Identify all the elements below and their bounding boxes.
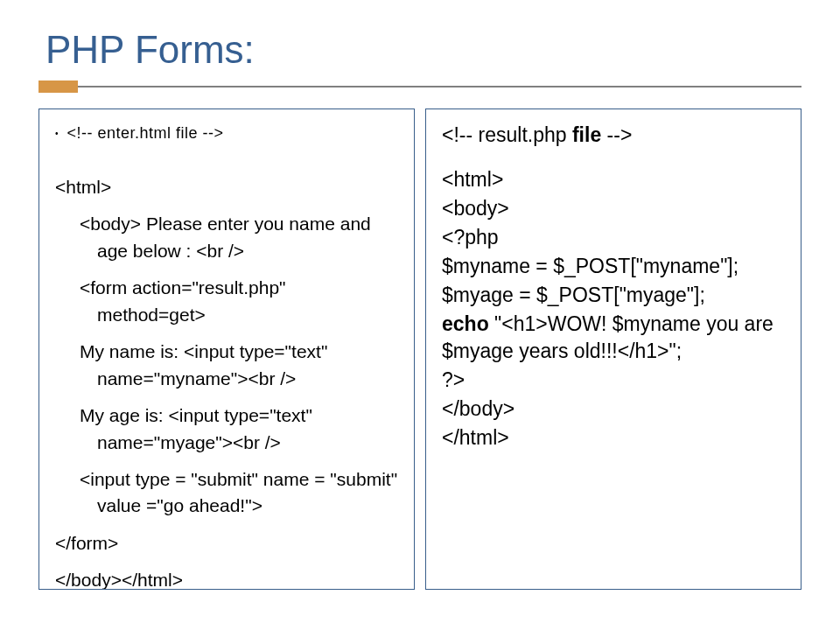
- left-code-panel: • <!-- enter.html file --> <html> <body>…: [38, 108, 415, 590]
- code-line: echo "<h1>WOW! $myname you are $myage ye…: [442, 311, 785, 365]
- code-line: My name is: <input type="text" name="myn…: [73, 339, 398, 392]
- code-line: <form action="result.php" method=get>: [73, 275, 398, 328]
- code-line: </form>: [55, 530, 398, 556]
- code-line: </body></html>: [55, 567, 398, 590]
- code-line: ?>: [442, 367, 785, 394]
- bullet-line: • <!-- enter.html file -->: [55, 122, 398, 146]
- code-line: </body>: [442, 396, 785, 423]
- code-line: </html>: [442, 424, 785, 452]
- title-underline: [38, 80, 802, 93]
- code-line: $myname = $_POST["myname"];: [442, 253, 785, 280]
- bullet-icon: •: [55, 122, 59, 146]
- horizontal-rule: [78, 86, 802, 88]
- code-line: <body>: [442, 195, 785, 222]
- code-line: <html>: [442, 166, 785, 193]
- code-line: <html>: [55, 174, 398, 200]
- code-line: <!-- enter.html file -->: [67, 122, 224, 144]
- slide-title: PHP Forms:: [38, 28, 802, 72]
- code-line: My age is: <input type="text" name="myag…: [73, 402, 398, 456]
- code-line: <input type = "submit" name = "submit" v…: [73, 466, 398, 520]
- code-line: $myage = $_POST["myage"];: [442, 282, 785, 309]
- code-line: <body> Please enter you name and age bel…: [73, 211, 398, 264]
- content-columns: • <!-- enter.html file --> <html> <body>…: [38, 108, 802, 590]
- code-line: <?php: [442, 224, 785, 251]
- right-code-panel: <!-- result.php file --> <html> <body> <…: [425, 108, 802, 590]
- code-line: <!-- result.php file -->: [442, 122, 785, 149]
- slide: PHP Forms: • <!-- enter.html file --> <h…: [0, 0, 840, 630]
- accent-block: [38, 80, 78, 93]
